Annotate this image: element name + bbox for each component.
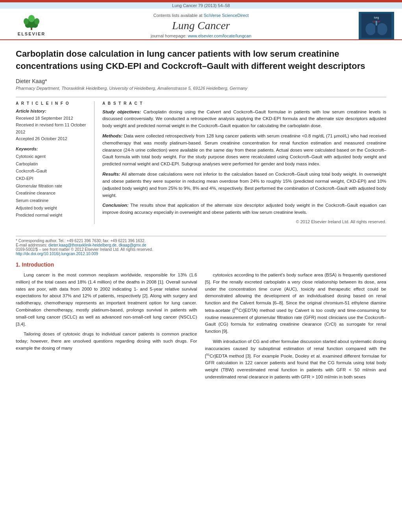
sciverse-line: Contents lists available at SciVerse Sci…: [59, 13, 343, 18]
keyword-2: Carboplatin: [16, 160, 89, 168]
intro-para-4: With introduction of CG and other formul…: [205, 338, 387, 381]
author-affiliation: Pharmacy Department, Thoraxklinik Heidel…: [16, 86, 386, 91]
accepted-date: Accepted 26 October 2012: [16, 135, 89, 143]
doi-link[interactable]: http://dx.doi.org/10.1016/j.lungcan.2012…: [16, 252, 98, 256]
corresponding-info: * Corresponding author. Tel.: +49 6221 3…: [16, 239, 386, 243]
abstract-label-2: Methods:: [102, 133, 122, 138]
corresponding-text: * Corresponding author. Tel.: +49 6221 3…: [16, 239, 146, 243]
keyword-1: Cytotoxic agent: [16, 153, 89, 160]
citation-text: Lung Cancer 79 (2013) 54–58: [172, 3, 230, 8]
abstract-label: A B S T R A C T: [102, 101, 386, 106]
keywords-label: Keywords:: [16, 146, 89, 151]
svg-rect-13: [376, 21, 377, 25]
doi-line: http://dx.doi.org/10.1016/j.lungcan.2012…: [16, 252, 386, 256]
homepage-text: journal homepage:: [151, 33, 187, 38]
lung-cancer-logo-icon: lung cancer: [361, 13, 392, 38]
introduction-section: 1. Introduction Lung cancer is the most …: [0, 258, 402, 388]
abstract-label-3: Results:: [102, 172, 120, 176]
issn-line: 0169-5002/$ – see front matter © 2012 El…: [16, 247, 386, 252]
elsevier-tree-icon: [20, 15, 43, 31]
intro-left-col: Lung cancer is the most common neoplasm …: [16, 272, 197, 384]
svg-point-11: [377, 23, 387, 35]
header-center: Contents lists available at SciVerse Sci…: [59, 13, 343, 38]
copyright-text: © 2012 Elsevier Ireland Ltd. All rights …: [102, 219, 386, 224]
elsevier-logo: ELSEVIER: [8, 14, 55, 37]
svg-point-4: [24, 18, 29, 24]
svg-text:lung: lung: [374, 16, 379, 19]
intro-right-col: cytotoxics according to the patient's bo…: [205, 272, 387, 384]
abstract-para-3: Results: All alternate dose calculations…: [102, 171, 386, 199]
abstract-text-3: All alternate dose calculations were not…: [102, 172, 386, 197]
keyword-9: Predicted normal weight: [16, 211, 89, 219]
intro-para-3: cytotoxics according to the patient's bo…: [205, 272, 387, 335]
abstract-label-4: Conclusion:: [102, 203, 128, 208]
abstract-text-2: Data were collected retrospectively from…: [102, 133, 386, 166]
keyword-8: Adjusted body weight: [16, 204, 89, 212]
abstract-text-4: The results show that application of the…: [102, 203, 386, 215]
keyword-6: Creatinine clearance: [16, 189, 89, 197]
citation-bar: Lung Cancer 79 (2013) 54–58: [0, 2, 402, 9]
history-label: Article history:: [16, 109, 89, 113]
sciverse-link[interactable]: SciVerse ScienceDirect: [204, 13, 248, 18]
abstract-label-1: Study objectives:: [102, 109, 141, 114]
svg-point-10: [365, 23, 376, 35]
keyword-7: Serum creatinine: [16, 197, 89, 204]
elsevier-label: ELSEVIER: [18, 32, 45, 36]
journal-header: ELSEVIER Contents lists available at Sci…: [0, 9, 402, 40]
lung-cancer-logo: lung cancer: [359, 12, 394, 39]
sciverse-text: Contents lists available at: [153, 13, 202, 18]
keyword-3: Cockcroft–Gault: [16, 167, 89, 175]
keyword-4: CKD-EPI: [16, 175, 89, 182]
abstract-para-2: Methods: Data were collected retrospecti…: [102, 133, 386, 168]
article-title: Carboplatin dose calculation in lung can…: [16, 48, 386, 72]
homepage-link[interactable]: www.elsevier.com/locate/lungcan: [188, 33, 251, 38]
keyword-5: Glomerular filtration rate: [16, 182, 89, 190]
keywords-list: Cytotoxic agent Carboplatin Cockcroft–Ga…: [16, 153, 89, 219]
article-info-abstract-section: A R T I C L E I N F O Article history: R…: [16, 97, 386, 224]
abstract-text-1: Carboplatin dosing using the Calvert and…: [102, 109, 386, 128]
article-info-col: A R T I C L E I N F O Article history: R…: [16, 101, 94, 224]
page-container: Lung Cancer 79 (2013) 54–58 ELSEVIER: [0, 0, 402, 532]
footnote-section: * Corresponding author. Tel.: +49 6221 3…: [0, 236, 402, 258]
abstract-para-1: Study objectives: Carboplatin dosing usi…: [102, 109, 386, 130]
author-name: Dieter Kaag*: [16, 78, 386, 84]
email-label: E-mail addresses:: [16, 243, 47, 247]
journal-homepage: journal homepage: www.elsevier.com/locat…: [59, 33, 343, 38]
intro-para-1: Lung cancer is the most common neoplasm …: [16, 272, 197, 328]
abstract-para-4: Conclusion: The results show that applic…: [102, 202, 386, 216]
header-right: lung cancer: [343, 12, 394, 39]
email-link-1[interactable]: dieter.kaag@thoraxklinik-heidelberg.de: [48, 243, 117, 247]
intro-two-col: Lung cancer is the most common neoplasm …: [16, 272, 386, 384]
revised-date: Received in revised form 11 October 2012: [16, 122, 89, 135]
svg-point-5: [34, 18, 39, 24]
journal-title: Lung Cancer: [59, 19, 343, 32]
header-left: ELSEVIER: [8, 14, 59, 37]
intro-para-2: Tailoring doses of cytotoxic drugs to in…: [16, 331, 197, 352]
received-date: Received 18 September 2012: [16, 115, 89, 122]
svg-point-6: [28, 15, 35, 22]
email-link-2[interactable]: dkaag@gmx.de: [119, 243, 146, 247]
email-info: E-mail addresses: dieter.kaag@thoraxklin…: [16, 243, 386, 247]
article-info-label: A R T I C L E I N F O: [16, 101, 89, 106]
abstract-col: A B S T R A C T Study objectives: Carbop…: [102, 101, 386, 224]
intro-heading: 1. Introduction: [16, 261, 386, 268]
article-content: Carboplatin dose calculation in lung can…: [0, 40, 402, 236]
issn-text: 0169-5002/$ – see front matter © 2012 El…: [16, 247, 153, 252]
